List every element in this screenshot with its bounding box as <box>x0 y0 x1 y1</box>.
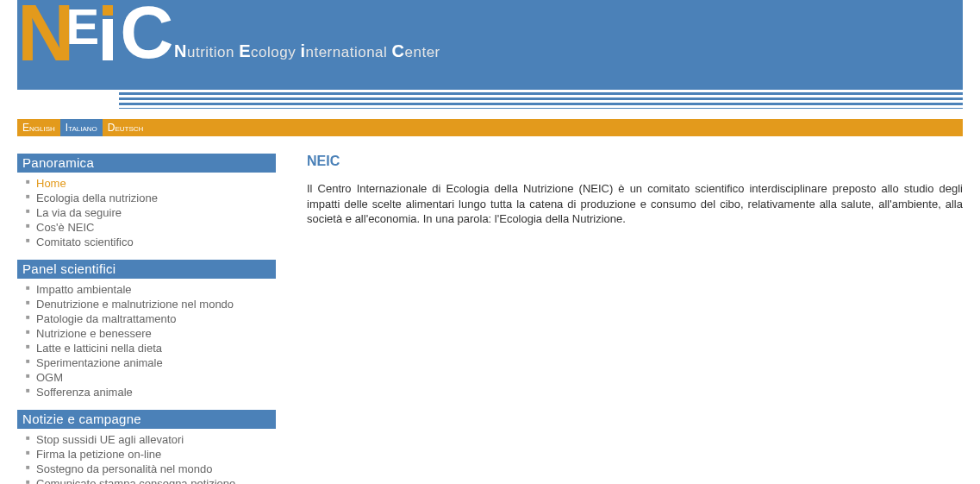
header-banner: N E C Nutrition Ecology international Ce… <box>17 0 963 90</box>
lang-deutsch[interactable]: Deutsch <box>103 119 149 136</box>
menu-item[interactable]: Cos'è NEIC <box>17 220 276 235</box>
lang-english[interactable]: English <box>17 119 60 136</box>
menu-item[interactable]: La via da seguire <box>17 205 276 220</box>
menu-item[interactable]: OGM <box>17 370 276 385</box>
menu-item[interactable]: Home <box>17 176 276 191</box>
section-header: Notizie e campagne <box>17 410 276 429</box>
menu-item[interactable]: Stop sussidi UE agli allevatori <box>17 432 276 447</box>
main-content: NEIC Il Centro Internazionale di Ecologi… <box>307 154 963 484</box>
menu-item[interactable]: Nutrizione e benessere <box>17 326 276 341</box>
sidebar: PanoramicaHomeEcologia della nutrizioneL… <box>17 154 276 484</box>
tagline-c: C <box>392 41 405 60</box>
tagline-e: E <box>239 41 251 60</box>
menu-item[interactable]: Sperimentazione animale <box>17 355 276 370</box>
tagline: Nutrition Ecology international Center <box>174 41 440 61</box>
menu-item[interactable]: Comitato scientifico <box>17 235 276 249</box>
tagline-n: N <box>174 41 187 60</box>
menu-item[interactable]: Impatto ambientale <box>17 282 276 297</box>
tagline-center: enter <box>405 44 440 60</box>
section-menu: HomeEcologia della nutrizioneLa via da s… <box>17 176 276 249</box>
page-title: NEIC <box>307 154 963 169</box>
lang-italiano[interactable]: Italiano <box>60 119 103 136</box>
section-menu: Stop sussidi UE agli allevatoriFirma la … <box>17 432 276 484</box>
section-header: Panoramica <box>17 154 276 173</box>
menu-item[interactable]: Firma la petizione on-line <box>17 447 276 462</box>
section-menu: Impatto ambientaleDenutrizione e malnutr… <box>17 282 276 399</box>
body-text: Il Centro Internazionale di Ecologia del… <box>307 181 963 227</box>
tagline-ecology: cology <box>251 44 300 60</box>
menu-item[interactable]: Sostegno da personalità nel mondo <box>17 462 276 476</box>
logo-letter-i <box>103 5 113 60</box>
menu-item[interactable]: Comunicato stampa consegna petizione <box>17 476 276 484</box>
menu-item[interactable]: Latte e latticini nella dieta <box>17 341 276 355</box>
tagline-nutrition: utrition <box>187 44 239 60</box>
logo-letter-n: N <box>17 0 69 72</box>
stripe-divider <box>119 90 963 109</box>
tagline-international: nternational <box>305 44 391 60</box>
language-bar: EnglishItalianoDeutsch <box>17 119 963 136</box>
menu-item[interactable]: Sofferenza animale <box>17 385 276 399</box>
menu-item[interactable]: Ecologia della nutrizione <box>17 191 276 205</box>
section-header: Panel scientifici <box>17 260 276 279</box>
menu-item[interactable]: Patologie da maltrattamento <box>17 311 276 326</box>
menu-item[interactable]: Denutrizione e malnutrizione nel mondo <box>17 297 276 311</box>
logo: N E C <box>17 0 173 90</box>
logo-letter-e: E <box>66 2 99 52</box>
logo-letter-c: C <box>120 0 173 69</box>
